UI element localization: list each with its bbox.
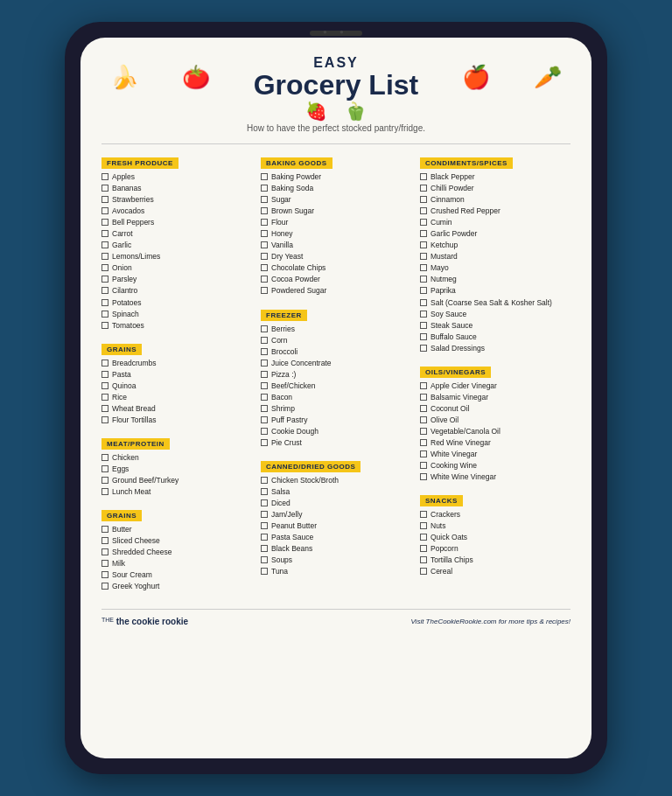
checkbox[interactable]: [420, 287, 427, 294]
checkbox[interactable]: [420, 522, 427, 529]
checkbox[interactable]: [102, 219, 108, 226]
checkbox[interactable]: [420, 556, 427, 563]
checkbox[interactable]: [102, 185, 108, 192]
checkbox[interactable]: [420, 439, 427, 446]
checkbox[interactable]: [102, 382, 108, 389]
checkbox[interactable]: [261, 253, 268, 260]
checkbox[interactable]: [102, 253, 108, 260]
checkbox[interactable]: [420, 241, 427, 248]
checkbox[interactable]: [261, 348, 268, 355]
checkbox[interactable]: [420, 299, 427, 306]
checkbox[interactable]: [102, 299, 108, 306]
checkbox[interactable]: [420, 462, 427, 469]
checkbox[interactable]: [102, 571, 108, 578]
checkbox[interactable]: [420, 322, 427, 329]
checkbox[interactable]: [420, 545, 427, 552]
checkbox[interactable]: [261, 394, 268, 401]
checkbox[interactable]: [261, 287, 268, 294]
checkbox[interactable]: [261, 241, 268, 248]
checkbox[interactable]: [420, 207, 427, 214]
checkbox[interactable]: [420, 185, 427, 192]
checkbox[interactable]: [261, 230, 268, 237]
checkbox[interactable]: [102, 371, 108, 378]
checkbox[interactable]: [261, 416, 268, 423]
checkbox[interactable]: [420, 345, 427, 352]
checkbox[interactable]: [261, 477, 268, 484]
checkbox[interactable]: [261, 337, 268, 344]
checkbox[interactable]: [420, 173, 427, 180]
checkbox[interactable]: [261, 488, 268, 495]
checkbox[interactable]: [102, 196, 108, 203]
checkbox[interactable]: [261, 325, 268, 332]
checkbox[interactable]: [261, 219, 268, 226]
checkbox[interactable]: [102, 287, 108, 294]
checkbox[interactable]: [102, 241, 108, 248]
checkbox[interactable]: [420, 276, 427, 283]
checkbox[interactable]: [102, 405, 108, 412]
checkbox[interactable]: [420, 253, 427, 260]
checkbox[interactable]: [102, 394, 108, 401]
checkbox[interactable]: [102, 416, 108, 423]
checkbox[interactable]: [261, 196, 268, 203]
list-item: Onion: [102, 263, 252, 273]
checkbox[interactable]: [102, 477, 108, 484]
section-meat-header: MEAT/PROTEIN: [102, 438, 170, 450]
list-item: Cilantro: [102, 286, 252, 296]
checkbox[interactable]: [261, 207, 268, 214]
checkbox[interactable]: [102, 454, 108, 461]
checkbox[interactable]: [420, 511, 427, 518]
checkbox[interactable]: [261, 382, 268, 389]
checkbox[interactable]: [102, 311, 108, 318]
checkbox[interactable]: [261, 545, 268, 552]
checkbox[interactable]: [420, 450, 427, 457]
checkbox[interactable]: [102, 207, 108, 214]
checkbox[interactable]: [261, 534, 268, 541]
list-item: Chocolate Chips: [261, 263, 411, 273]
checkbox[interactable]: [420, 473, 427, 480]
list-item: Salsa: [261, 487, 411, 497]
checkbox[interactable]: [102, 276, 108, 283]
checkbox[interactable]: [420, 416, 427, 423]
checkbox[interactable]: [102, 526, 108, 533]
checkbox[interactable]: [420, 405, 427, 412]
checkbox[interactable]: [261, 556, 268, 563]
checkbox[interactable]: [261, 511, 268, 518]
checkbox[interactable]: [420, 428, 427, 435]
checkbox[interactable]: [102, 264, 108, 271]
checkbox[interactable]: [420, 333, 427, 340]
checkbox[interactable]: [420, 534, 427, 541]
checkbox[interactable]: [420, 394, 427, 401]
checkbox[interactable]: [420, 196, 427, 203]
checkbox[interactable]: [420, 382, 427, 389]
checkbox[interactable]: [102, 465, 108, 472]
checkbox[interactable]: [420, 230, 427, 237]
checkbox[interactable]: [102, 583, 108, 590]
list-item: Black Pepper: [420, 172, 570, 182]
checkbox[interactable]: [420, 568, 427, 575]
checkbox[interactable]: [261, 173, 268, 180]
checkbox[interactable]: [261, 264, 268, 271]
list-item: Ground Beef/Turkey: [102, 476, 252, 485]
checkbox[interactable]: [261, 276, 268, 283]
checkbox[interactable]: [261, 499, 268, 506]
checkbox[interactable]: [102, 322, 108, 329]
checkbox[interactable]: [102, 360, 108, 367]
checkbox[interactable]: [261, 568, 268, 575]
checkbox[interactable]: [261, 428, 268, 435]
checkbox[interactable]: [102, 537, 108, 544]
checkbox[interactable]: [102, 173, 108, 180]
checkbox[interactable]: [261, 405, 268, 412]
checkbox[interactable]: [261, 522, 268, 529]
checkbox[interactable]: [102, 548, 108, 555]
checkbox[interactable]: [102, 488, 108, 495]
list-item: Crackers: [420, 510, 570, 520]
checkbox[interactable]: [261, 371, 268, 378]
checkbox[interactable]: [102, 230, 108, 237]
checkbox[interactable]: [420, 311, 427, 318]
checkbox[interactable]: [261, 439, 268, 446]
checkbox[interactable]: [420, 264, 427, 271]
checkbox[interactable]: [102, 560, 108, 567]
checkbox[interactable]: [420, 219, 427, 226]
checkbox[interactable]: [261, 360, 268, 367]
checkbox[interactable]: [261, 185, 268, 192]
